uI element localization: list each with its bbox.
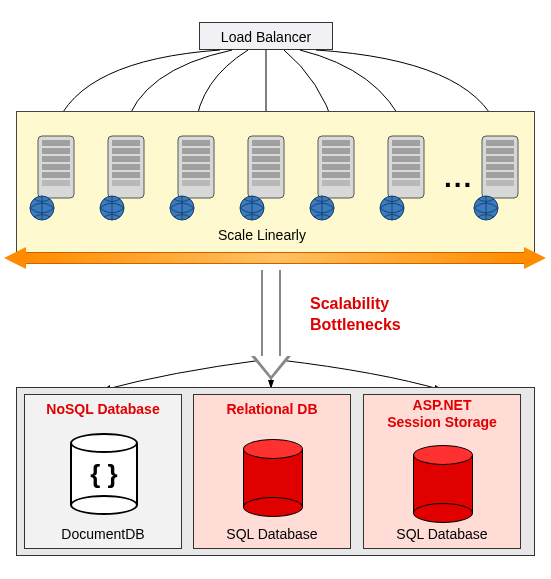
svg-rect-53 <box>486 164 514 170</box>
svg-rect-39 <box>322 180 350 186</box>
svg-rect-47 <box>392 180 420 186</box>
web-server-icon <box>238 132 294 222</box>
svg-rect-18 <box>182 140 210 146</box>
scale-arrow-right-head <box>524 247 546 269</box>
scale-arrow-body <box>26 252 524 264</box>
nosql-caption: DocumentDB <box>25 526 181 542</box>
svg-rect-10 <box>112 140 140 146</box>
svg-rect-11 <box>112 148 140 154</box>
svg-rect-14 <box>112 172 140 178</box>
svg-rect-29 <box>252 164 280 170</box>
svg-rect-28 <box>252 156 280 162</box>
svg-rect-55 <box>486 180 514 186</box>
svg-rect-34 <box>322 140 350 146</box>
sql-db-icon <box>413 445 473 513</box>
svg-rect-44 <box>392 156 420 162</box>
svg-rect-38 <box>322 172 350 178</box>
svg-rect-27 <box>252 148 280 154</box>
bottleneck-line2: Bottlenecks <box>310 316 401 333</box>
svg-rect-7 <box>42 180 70 186</box>
aspnet-title: ASP.NET Session Storage <box>364 395 520 435</box>
svg-rect-36 <box>322 156 350 162</box>
svg-rect-19 <box>182 148 210 154</box>
svg-rect-3 <box>42 148 70 154</box>
relational-db-box: Relational DB SQL Database <box>193 394 351 549</box>
sql-db-icon <box>243 439 303 507</box>
svg-rect-30 <box>252 172 280 178</box>
document-db-icon: { } <box>70 433 138 513</box>
svg-rect-35 <box>322 148 350 154</box>
svg-rect-43 <box>392 148 420 154</box>
svg-rect-20 <box>182 156 210 162</box>
svg-rect-26 <box>252 140 280 146</box>
bottleneck-label: Scalability Bottlenecks <box>310 294 401 336</box>
web-server-icon <box>472 132 528 222</box>
svg-rect-37 <box>322 164 350 170</box>
load-balancer: Load Balancer <box>199 22 333 50</box>
scale-arrow-left-head <box>4 247 26 269</box>
svg-rect-22 <box>182 172 210 178</box>
big-down-arrow <box>256 270 286 382</box>
svg-rect-42 <box>392 140 420 146</box>
svg-rect-50 <box>486 140 514 146</box>
svg-rect-54 <box>486 172 514 178</box>
nosql-title: NoSQL Database <box>25 395 181 422</box>
web-server-icon <box>378 132 434 222</box>
braces-icon: { } <box>70 459 138 490</box>
aspnet-caption: SQL Database <box>364 526 520 542</box>
svg-rect-12 <box>112 156 140 162</box>
svg-rect-51 <box>486 148 514 154</box>
svg-rect-15 <box>112 180 140 186</box>
aspnet-session-box: ASP.NET Session Storage SQL Database <box>363 394 521 549</box>
svg-rect-31 <box>252 180 280 186</box>
svg-rect-46 <box>392 172 420 178</box>
ellipsis: ... <box>444 162 473 194</box>
svg-rect-52 <box>486 156 514 162</box>
relational-title: Relational DB <box>194 395 350 422</box>
scale-linearly-label: Scale Linearly <box>218 227 306 243</box>
svg-rect-2 <box>42 140 70 146</box>
svg-rect-45 <box>392 164 420 170</box>
svg-rect-6 <box>42 172 70 178</box>
svg-rect-5 <box>42 164 70 170</box>
svg-rect-21 <box>182 164 210 170</box>
web-server-icon <box>168 132 224 222</box>
web-server-icon <box>98 132 154 222</box>
bottleneck-line1: Scalability <box>310 295 389 312</box>
nosql-database-box: NoSQL Database { } DocumentDB <box>24 394 182 549</box>
svg-rect-13 <box>112 164 140 170</box>
web-server-icon <box>28 132 84 222</box>
web-server-icon <box>308 132 364 222</box>
relational-caption: SQL Database <box>194 526 350 542</box>
svg-rect-4 <box>42 156 70 162</box>
svg-rect-23 <box>182 180 210 186</box>
